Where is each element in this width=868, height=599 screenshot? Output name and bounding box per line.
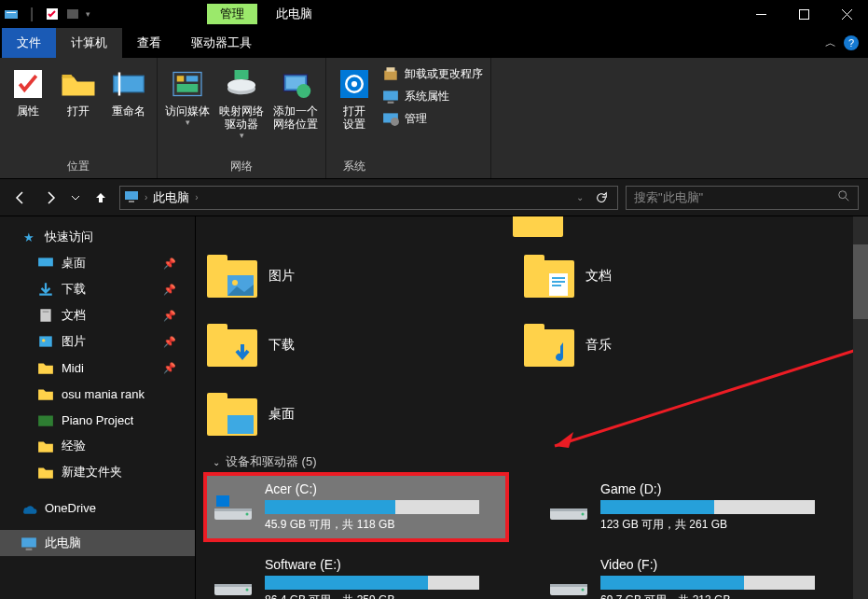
qat-dropdown-icon[interactable] <box>65 7 80 21</box>
search-input[interactable]: 搜索"此电脑" <box>626 186 859 210</box>
help-icon[interactable]: ? <box>844 35 859 50</box>
sidebar-item-desktop[interactable]: 桌面 📌 <box>0 250 195 276</box>
ribbon-manage[interactable]: 管理 <box>382 110 483 127</box>
chevron-right-icon[interactable]: › <box>145 192 147 202</box>
ribbon-add-location[interactable]: 添加一个 网络位置 <box>273 62 318 131</box>
drive-usage-bar <box>600 500 815 514</box>
folder-music[interactable]: 音乐 <box>524 313 804 377</box>
ribbon-label: 属性 <box>17 104 39 118</box>
settings-icon <box>336 67 373 101</box>
tab-drive-tools[interactable]: 驱动器工具 <box>176 28 267 58</box>
chevron-down-icon: ▾ <box>186 118 190 127</box>
nav-forward-button[interactable] <box>39 187 62 209</box>
svg-rect-32 <box>129 201 134 202</box>
svg-line-34 <box>846 198 849 202</box>
chevron-right-icon[interactable]: › <box>195 192 198 202</box>
maximize-button[interactable] <box>782 0 825 28</box>
drive-name: Acer (C:) <box>265 481 500 496</box>
ribbon-label: 打开 <box>67 104 90 118</box>
qat-chevron-icon[interactable]: ▾ <box>86 9 90 19</box>
search-icon[interactable] <box>837 189 850 205</box>
drive-item[interactable]: Game (D:) 123 GB 可用，共 261 GB <box>543 476 841 538</box>
vertical-scrollbar[interactable] <box>853 216 868 599</box>
qat-properties-icon[interactable] <box>45 7 60 21</box>
documents-folder-icon <box>524 255 574 298</box>
manage-icon <box>382 110 399 127</box>
svg-rect-59 <box>214 584 252 587</box>
ribbon-map-drive[interactable]: 映射网络 驱动器 ▾ <box>219 62 264 140</box>
svg-rect-39 <box>39 336 52 346</box>
refresh-button[interactable] <box>589 191 613 204</box>
sidebar-onedrive[interactable]: OneDrive <box>0 495 195 521</box>
minimize-button[interactable] <box>739 0 782 28</box>
folder-pictures[interactable]: 图片 <box>207 244 487 308</box>
context-tab-badge[interactable]: 管理 <box>207 4 257 24</box>
svg-rect-50 <box>227 415 254 434</box>
ribbon-open[interactable]: 打开 <box>58 62 99 118</box>
drive-name: Video (F:) <box>600 557 835 572</box>
tab-view[interactable]: 查看 <box>122 28 176 58</box>
svg-point-60 <box>246 588 249 591</box>
sidebar-item-midi[interactable]: Midi 📌 <box>0 355 195 381</box>
svg-point-57 <box>582 512 585 515</box>
ribbon-uninstall[interactable]: 卸载或更改程序 <box>382 65 483 82</box>
folder-desktop[interactable]: 桌面 <box>207 383 487 446</box>
drive-name: Game (D:) <box>600 481 835 496</box>
svg-rect-62 <box>550 584 587 587</box>
folder-label: 下载 <box>269 337 295 354</box>
collapse-ribbon-icon[interactable]: ︿ <box>825 35 836 51</box>
svg-rect-5 <box>799 9 808 19</box>
breadcrumb-item[interactable]: 此电脑 <box>153 189 189 206</box>
ribbon-access-media[interactable]: 访问媒体 ▾ <box>165 62 210 127</box>
drive-item[interactable]: Video (F:) 69.7 GB 可用，共 212 GB <box>543 551 841 599</box>
sys-props-icon <box>382 88 399 104</box>
desktop-folder-icon <box>207 393 257 436</box>
ribbon-rename[interactable]: 重命名 <box>108 62 149 118</box>
folder-downloads[interactable]: 下载 <box>207 313 487 377</box>
sidebar-item-downloads[interactable]: 下载 📌 <box>0 276 195 302</box>
nav-back-button[interactable] <box>9 187 32 209</box>
sidebar-item-label: OneDrive <box>45 501 96 515</box>
ribbon-tabs: 文件 计算机 查看 驱动器工具 ︿ ? <box>0 28 868 58</box>
sidebar-item-label: 文档 <box>62 307 86 324</box>
svg-rect-3 <box>67 9 78 19</box>
nav-bar: › 此电脑 › ⌄ 搜索"此电脑" <box>0 179 868 216</box>
sidebar-item-osu[interactable]: osu mania rank <box>0 381 195 407</box>
drive-item[interactable]: Software (E:) 86.4 GB 可用，共 359 GB <box>207 551 505 599</box>
svg-rect-18 <box>235 70 249 79</box>
section-drives-header[interactable]: ⌄ 设备和驱动器 (5) <box>213 453 868 470</box>
title-bar: | ▾ 管理 此电脑 <box>0 0 868 28</box>
tab-computer[interactable]: 计算机 <box>56 28 122 58</box>
drive-name: Software (E:) <box>265 557 500 572</box>
sidebar-quick-access[interactable]: ★ 快速访问 <box>0 224 195 250</box>
sidebar-item-experience[interactable]: 经验 <box>0 433 195 459</box>
media-icon <box>169 67 206 101</box>
drive-icon <box>213 567 254 599</box>
scrollbar-thumb[interactable] <box>853 244 868 319</box>
nav-up-button[interactable] <box>90 187 112 209</box>
chevron-down-icon[interactable]: ⌄ <box>576 192 584 202</box>
ribbon-label: 管理 <box>405 111 427 127</box>
sidebar-item-label: 此电脑 <box>45 535 81 551</box>
address-bar[interactable]: › 此电脑 › ⌄ <box>119 186 618 210</box>
drive-item[interactable]: Acer (C:) 45.9 GB 可用，共 118 GB <box>207 476 505 538</box>
sidebar-item-documents[interactable]: 文档 📌 <box>0 302 195 328</box>
sidebar-item-label: 经验 <box>62 438 86 454</box>
ribbon-sys-props[interactable]: 系统属性 <box>382 88 483 104</box>
ribbon-properties[interactable]: 属性 <box>7 62 48 118</box>
download-icon <box>37 281 54 298</box>
folder-icon <box>37 438 54 454</box>
sidebar-item-new-folder[interactable]: 新建文件夹 <box>0 459 195 485</box>
sidebar-item-piano[interactable]: Piano Project <box>0 407 195 433</box>
sidebar-item-pictures[interactable]: 图片 📌 <box>0 328 195 355</box>
nav-history-button[interactable] <box>69 187 82 209</box>
tab-file[interactable]: 文件 <box>2 28 56 58</box>
sidebar-item-label: 图片 <box>62 333 86 350</box>
pc-icon <box>21 535 37 551</box>
close-button[interactable] <box>825 0 868 28</box>
sidebar-this-pc[interactable]: 此电脑 <box>0 530 195 556</box>
ribbon-open-settings[interactable]: 打开 设置 <box>334 62 375 131</box>
folder-documents[interactable]: 文档 <box>524 244 804 308</box>
chevron-down-icon: ⌄ <box>213 457 220 467</box>
folder-icon <box>37 385 54 402</box>
